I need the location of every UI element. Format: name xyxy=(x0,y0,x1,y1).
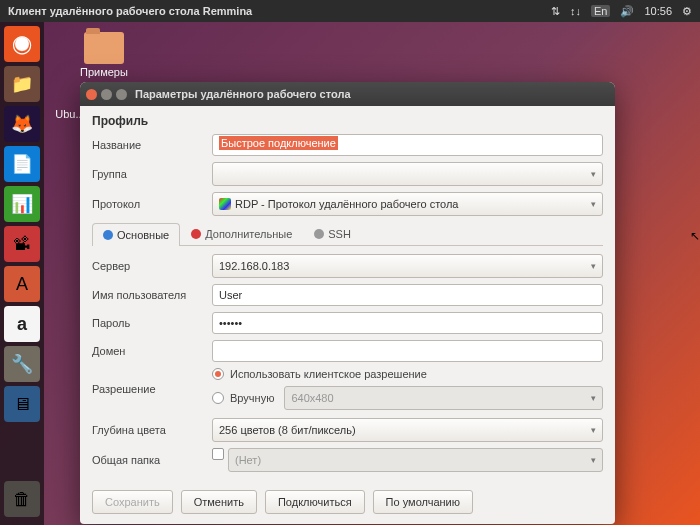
default-button[interactable]: По умолчанию xyxy=(373,490,473,514)
firefox-icon[interactable]: 🦊 xyxy=(4,106,40,142)
clock[interactable]: 10:56 xyxy=(644,5,672,17)
network-wired-icon[interactable]: ↕↓ xyxy=(570,5,581,17)
key-icon xyxy=(314,229,324,239)
server-label: Сервер xyxy=(92,260,212,272)
maximize-icon[interactable] xyxy=(116,89,127,100)
gear-icon[interactable]: ⚙ xyxy=(682,5,692,18)
top-menu-bar: Клиент удалённого рабочего стола Remmina… xyxy=(0,0,700,22)
warning-icon xyxy=(191,229,201,239)
writer-icon[interactable]: 📄 xyxy=(4,146,40,182)
system-tray: ⇅ ↕↓ En 🔊 10:56 ⚙ xyxy=(551,5,692,18)
password-label: Пароль xyxy=(92,317,212,329)
calc-icon[interactable]: 📊 xyxy=(4,186,40,222)
name-label: Название xyxy=(92,139,212,151)
color-depth-combo[interactable]: 256 цветов (8 бит/пиксель) xyxy=(212,418,603,442)
amazon-icon[interactable]: a xyxy=(4,306,40,342)
dash-icon[interactable]: ◯ xyxy=(4,26,40,62)
sound-icon[interactable]: 🔊 xyxy=(620,5,634,18)
name-input[interactable]: Быстрое подключение xyxy=(212,134,603,156)
save-button: Сохранить xyxy=(92,490,173,514)
dialog-button-bar: Сохранить Отменить Подключиться По умолч… xyxy=(92,482,603,514)
app-title: Клиент удалённого рабочего стола Remmina xyxy=(8,5,551,17)
dialog-title: Параметры удалённого рабочего стола xyxy=(135,88,351,100)
tab-ssh[interactable]: SSH xyxy=(303,222,362,245)
trash-icon[interactable]: 🗑 xyxy=(4,481,40,517)
remmina-icon[interactable]: 🖥 xyxy=(4,386,40,422)
domain-label: Домен xyxy=(92,345,212,357)
tab-advanced[interactable]: Дополнительные xyxy=(180,222,303,245)
color-depth-label: Глубина цвета xyxy=(92,424,212,436)
username-label: Имя пользователя xyxy=(92,289,212,301)
protocol-label: Протокол xyxy=(92,198,212,210)
mouse-cursor: ↖ xyxy=(690,229,700,243)
tab-bar: Основные Дополнительные SSH xyxy=(92,222,603,246)
profile-section-title: Профиль xyxy=(92,114,603,128)
dialog-titlebar[interactable]: Параметры удалённого рабочего стола xyxy=(80,82,615,106)
connect-button[interactable]: Подключиться xyxy=(265,490,365,514)
resolution-manual-label: Вручную xyxy=(230,392,274,404)
files-icon[interactable]: 📁 xyxy=(4,66,40,102)
server-input[interactable]: 192.168.0.183 xyxy=(212,254,603,278)
domain-input[interactable] xyxy=(212,340,603,362)
resolution-client-radio[interactable] xyxy=(212,368,224,380)
minimize-icon[interactable] xyxy=(101,89,112,100)
resolution-label: Разрешение xyxy=(92,383,212,395)
folder-label: Примеры xyxy=(80,66,128,78)
desktop-folder-examples[interactable]: Примеры xyxy=(80,32,128,78)
username-input[interactable] xyxy=(212,284,603,306)
shared-folder-combo: (Нет) xyxy=(228,448,603,472)
software-icon[interactable]: A xyxy=(4,266,40,302)
rdp-icon xyxy=(219,198,231,210)
shared-folder-label: Общая папка xyxy=(92,454,212,466)
resolution-client-label: Использовать клиентское разрешение xyxy=(230,368,427,380)
network-icon[interactable]: ⇅ xyxy=(551,5,560,18)
impress-icon[interactable]: 📽 xyxy=(4,226,40,262)
shared-folder-checkbox[interactable] xyxy=(212,448,224,460)
close-icon[interactable] xyxy=(86,89,97,100)
protocol-combo[interactable]: RDP - Протокол удалённого рабочего стола xyxy=(212,192,603,216)
resolution-manual-radio[interactable] xyxy=(212,392,224,404)
folder-icon xyxy=(84,32,124,64)
resolution-manual-combo: 640x480 xyxy=(284,386,603,410)
tab-basic[interactable]: Основные xyxy=(92,223,180,246)
keyboard-layout-indicator[interactable]: En xyxy=(591,5,610,17)
info-icon xyxy=(103,230,113,240)
remote-desktop-settings-dialog: Параметры удалённого рабочего стола Проф… xyxy=(80,82,615,524)
unity-launcher: ◯ 📁 🦊 📄 📊 📽 A a 🔧 🖥 🗑 xyxy=(0,22,44,525)
cancel-button[interactable]: Отменить xyxy=(181,490,257,514)
settings-icon[interactable]: 🔧 xyxy=(4,346,40,382)
group-label: Группа xyxy=(92,168,212,180)
password-input[interactable] xyxy=(212,312,603,334)
group-combo[interactable] xyxy=(212,162,603,186)
